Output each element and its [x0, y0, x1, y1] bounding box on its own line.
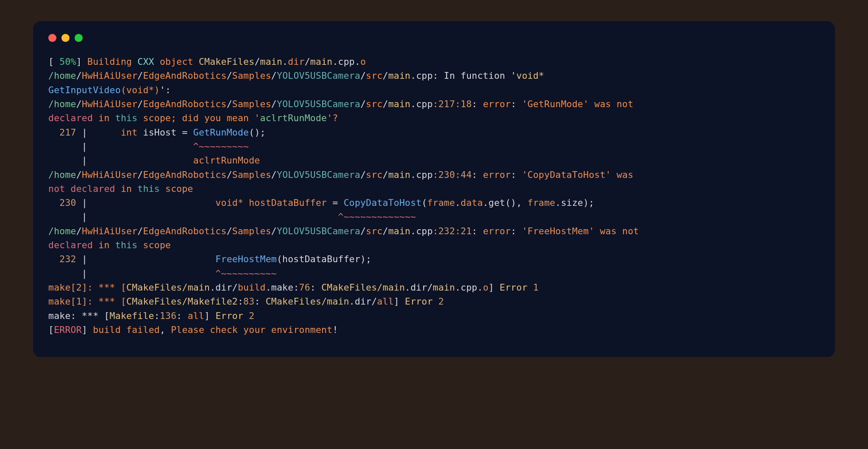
line-error-1: /home/HwHiAiUser/EdgeAndRobotics/Samples…	[48, 99, 639, 123]
line-suggest-1: | aclrtRunMode	[48, 155, 260, 166]
window-titlebar	[48, 34, 820, 42]
line-in-function: /home/HwHiAiUser/EdgeAndRobotics/Samples…	[48, 70, 550, 95]
terminal-output: [ 50%] Building CXX object CMakeFiles/ma…	[48, 55, 820, 337]
terminal-window: [ 50%] Building CXX object CMakeFiles/ma…	[33, 21, 835, 357]
line-build-progress: [ 50%] Building CXX object CMakeFiles/ma…	[48, 56, 366, 67]
line-make-0: make: *** [Makefile:136: all] Error 2	[48, 310, 254, 321]
line-final-error: [ERROR] build failed, Please check your …	[48, 324, 338, 335]
line-src-230: 230 | void* hostDataBuffer = CopyDataToH…	[48, 197, 594, 208]
line-src-232: 232 | FreeHostMem(hostDataBuffer);	[48, 254, 371, 264]
close-icon[interactable]	[48, 34, 56, 42]
line-make-2: make[2]: *** [CMakeFiles/main.dir/build.…	[48, 282, 539, 293]
minimize-icon[interactable]	[61, 34, 70, 42]
line-caret-2: | ^~~~~~~~~~~~~~	[48, 211, 416, 222]
line-make-1: make[1]: *** [CMakeFiles/Makefile2:83: C…	[48, 296, 444, 307]
line-error-3: /home/HwHiAiUser/EdgeAndRobotics/Samples…	[48, 226, 645, 250]
line-src-217: 217 | int isHost = GetRunMode();	[48, 127, 266, 138]
line-error-2: /home/HwHiAiUser/EdgeAndRobotics/Samples…	[48, 169, 639, 194]
maximize-icon[interactable]	[75, 34, 83, 42]
line-caret-3: | ^~~~~~~~~~~	[48, 268, 277, 279]
line-caret-1: | ^~~~~~~~~~	[48, 141, 249, 152]
